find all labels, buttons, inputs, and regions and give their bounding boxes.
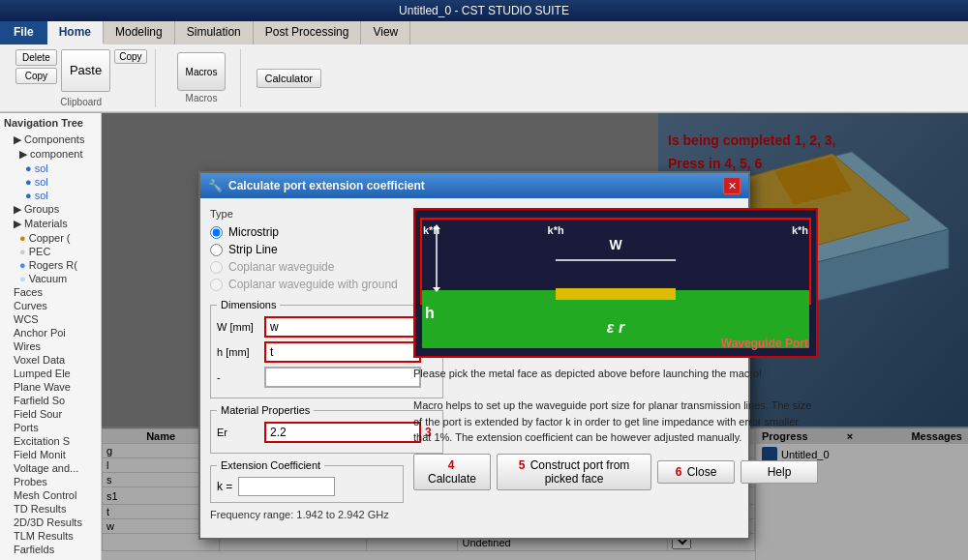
dim-h-input[interactable] (264, 341, 421, 363)
k-input[interactable] (238, 477, 335, 496)
kh-right-label: k*h (792, 224, 808, 236)
radio-microstrip-label: Microstrip (228, 225, 279, 239)
tree-probes[interactable]: Probes (4, 475, 97, 488)
clipboard-label: Clipboard (60, 97, 102, 107)
radio-stripline-input[interactable] (210, 244, 223, 256)
calculator-label: Calculator (265, 73, 314, 84)
frequency-text: Frequency range: 1.942 to 2.942 GHz (210, 509, 404, 520)
type-section: Type Microstrip Strip Line (210, 208, 404, 291)
modal-overlay: 🔧 Calculate port extension coefficient ✕… (102, 113, 968, 560)
tree-field-src[interactable]: Field Sour (4, 407, 97, 421)
tab-file[interactable]: File (0, 21, 47, 44)
tree-td[interactable]: TD Results (4, 502, 97, 516)
tree-copper[interactable]: ● Copper ( (4, 231, 97, 245)
tree-voxel[interactable]: Voxel Data (4, 353, 97, 367)
tree-tlm[interactable]: TLM Results (4, 529, 97, 543)
mat-er-label: Er (217, 427, 260, 438)
copy-small-button[interactable]: Copy (114, 49, 146, 64)
dim-dash-input[interactable] (264, 367, 421, 388)
calculate-button[interactable]: 4 Calculate (413, 454, 491, 490)
calculate-label: Calculate (428, 472, 476, 486)
yellow-trace (556, 288, 676, 300)
tab-view[interactable]: View (361, 21, 410, 44)
type-label: Type (210, 208, 404, 220)
construct-label: Construct port from picked face (530, 458, 630, 486)
mat-er-row: Er 3 (217, 422, 437, 443)
dim-h-label: h [mm] (217, 346, 260, 358)
modal-body: Type Microstrip Strip Line (200, 198, 748, 538)
tree-sol-1[interactable]: ● sol (4, 162, 97, 175)
radio-group: Microstrip Strip Line Coplanar waveguide (210, 225, 404, 291)
dim-row-h: h [mm] 2 (217, 341, 437, 363)
modal-close-button[interactable]: ✕ (723, 177, 741, 194)
tree-mesh[interactable]: Mesh Control (4, 488, 97, 502)
radio-coplanar-ground[interactable]: Coplanar waveguide with ground (210, 278, 404, 291)
modal-icon: 🔧 (208, 179, 223, 192)
help-label: Help (768, 465, 792, 479)
dim-row-w: W [mm] 1 (217, 316, 437, 338)
radio-coplanar-input[interactable] (210, 261, 223, 274)
radio-microstrip-input[interactable] (210, 226, 223, 239)
tree-component[interactable]: ▶ component (4, 147, 97, 162)
tree-wcs[interactable]: WCS (4, 312, 97, 326)
tab-home[interactable]: Home (47, 21, 104, 44)
w-label: W (609, 237, 621, 252)
tree-farfield-src[interactable]: Farfield So (4, 394, 97, 407)
delete-button[interactable]: Delete (15, 49, 57, 66)
dim-w-input[interactable] (264, 316, 421, 338)
tree-lumped[interactable]: Lumped Ele (4, 367, 97, 380)
tree-pec[interactable]: ● PEC (4, 245, 97, 258)
main-area: Navigation Tree ▶ Components ▶ component… (0, 113, 968, 560)
clipboard-group: Delete Copy Paste Copy Clipboard (8, 49, 156, 107)
tree-wires[interactable]: Wires (4, 339, 97, 353)
tree-field-mon[interactable]: Field Monit (4, 448, 97, 461)
tree-2d3d[interactable]: 2D/3D Results (4, 516, 97, 529)
radio-coplanar-ground-input[interactable] (210, 279, 223, 291)
close-num: 6 (676, 465, 682, 479)
description-text: Please pick the metal face as depicted a… (413, 366, 818, 446)
macros-button[interactable]: Macros (177, 52, 226, 91)
modal-content: Type Microstrip Strip Line (210, 208, 739, 528)
radio-coplanar[interactable]: Coplanar waveguide (210, 260, 404, 274)
tree-curves[interactable]: Curves (4, 299, 97, 312)
close-label: Close (687, 465, 717, 479)
tab-modeling[interactable]: Modeling (104, 21, 175, 44)
tree-vacuum[interactable]: ● Vacuum (4, 272, 97, 285)
tree-materials[interactable]: ▶ Materials (4, 217, 97, 231)
copy-button[interactable]: Copy (15, 68, 57, 84)
tree-sol-3[interactable]: ● sol (4, 189, 97, 202)
construct-num: 5 (519, 458, 526, 472)
calculator-button[interactable]: Calculator (257, 69, 322, 88)
tree-rogers[interactable]: ● Rogers R( (4, 258, 97, 272)
ribbon-tabs: File Home Modeling Simulation Post Proce… (0, 21, 968, 44)
kh-left-label: k*h (423, 224, 439, 236)
title-text: Untitled_0 - CST STUDIO SUITE (399, 4, 569, 17)
tab-post-processing[interactable]: Post Processing (254, 21, 362, 44)
close-button[interactable]: 6 Close (657, 460, 735, 484)
help-button[interactable]: Help (741, 460, 818, 484)
dim-w-label: W [mm] (217, 321, 260, 333)
construct-button[interactable]: 5 Construct port from picked face (497, 454, 651, 490)
tree-vc-mon[interactable]: Voltage and... (4, 461, 97, 475)
extension-title: Extension Coefficient (217, 459, 324, 471)
tree-plane-wave[interactable]: Plane Wave (4, 380, 97, 394)
tree-sol-2[interactable]: ● sol (4, 175, 97, 189)
tree-faces[interactable]: Faces (4, 285, 97, 299)
dimensions-section: Dimensions W [mm] 1 h [mm] 2 (210, 299, 443, 398)
title-bar: Untitled_0 - CST STUDIO SUITE (0, 0, 968, 21)
waveguide-diagram: W k*h k*h k*h h ε r Waveguide Port (413, 208, 818, 358)
macros-label: Macros (186, 67, 218, 77)
radio-stripline[interactable]: Strip Line (210, 243, 404, 256)
paste-button[interactable]: Paste (61, 49, 110, 92)
tree-groups[interactable]: ▶ Groups (4, 202, 97, 217)
calculate-num: 4 (448, 458, 455, 472)
er-label: ε r (607, 319, 624, 337)
mat-er-input[interactable] (264, 422, 421, 443)
radio-microstrip[interactable]: Microstrip (210, 225, 404, 239)
tree-components[interactable]: ▶ Components (4, 133, 97, 147)
tree-farfields[interactable]: Farfields (4, 543, 97, 556)
tab-simulation[interactable]: Simulation (175, 21, 254, 44)
tree-anchor[interactable]: Anchor Poi (4, 326, 97, 339)
tree-excitation[interactable]: Excitation S (4, 434, 97, 448)
tree-ports[interactable]: Ports (4, 421, 97, 434)
